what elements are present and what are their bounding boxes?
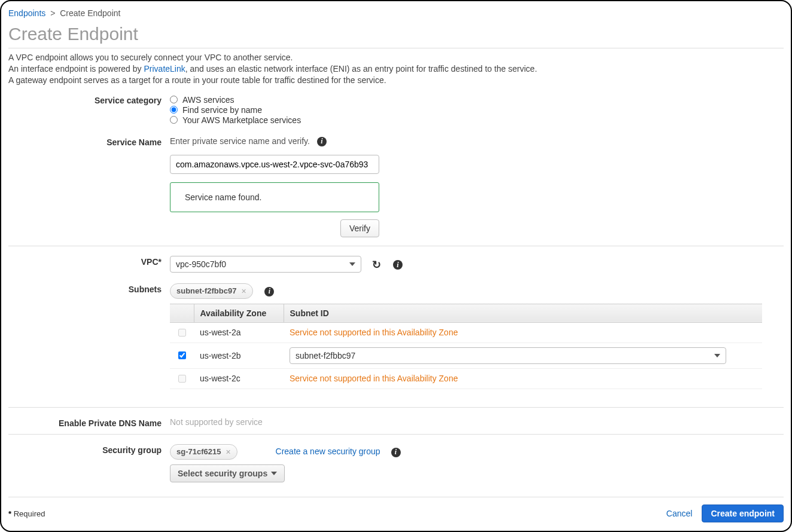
breadcrumb-root-link[interactable]: Endpoints bbox=[8, 8, 45, 18]
refresh-icon[interactable]: ↻ bbox=[372, 258, 381, 271]
service-found-message: Service name found. bbox=[170, 182, 379, 212]
radio-find-by-name[interactable]: Find service by name bbox=[170, 105, 784, 115]
create-endpoint-button[interactable]: Create endpoint bbox=[702, 505, 784, 522]
subnets-col-id: Subnet ID bbox=[284, 304, 762, 322]
radio-marketplace-input[interactable] bbox=[170, 116, 178, 124]
create-security-group-link[interactable]: Create a new security group bbox=[276, 447, 380, 456]
subnets-col-check bbox=[170, 304, 194, 322]
vpc-select[interactable]: vpc-950c7bf0 bbox=[170, 256, 361, 273]
subnet-az: us-west-2b bbox=[194, 343, 284, 368]
table-row: us-west-2c Service not supported in this… bbox=[170, 368, 762, 389]
table-row: us-west-2a Service not supported in this… bbox=[170, 322, 762, 343]
info-icon[interactable]: i bbox=[264, 287, 274, 296]
intro-line-1: A VPC endpoint allows you to securely co… bbox=[8, 52, 784, 63]
subnets-table: Availability Zone Subnet ID us-west-2a S… bbox=[170, 304, 762, 389]
radio-aws-services[interactable]: AWS services bbox=[170, 95, 784, 105]
intro-line-3: A gateway endpoint serves as a target fo… bbox=[8, 75, 784, 86]
close-icon[interactable]: × bbox=[241, 286, 246, 296]
chevron-down-icon bbox=[271, 472, 277, 475]
security-group-tag[interactable]: sg-71cf6215 × bbox=[170, 444, 237, 460]
info-icon[interactable]: i bbox=[317, 137, 327, 146]
radio-aws-services-input[interactable] bbox=[170, 96, 178, 103]
privatelink-link[interactable]: PrivateLink bbox=[144, 64, 185, 74]
verify-button[interactable]: Verify bbox=[340, 219, 379, 237]
subnet-row-checkbox[interactable] bbox=[178, 351, 186, 359]
radio-find-by-name-input[interactable] bbox=[170, 106, 178, 114]
intro-block: A VPC endpoint allows you to securely co… bbox=[8, 52, 784, 86]
subnet-az: us-west-2c bbox=[194, 368, 284, 389]
table-row: us-west-2b subnet-f2fbbc97 bbox=[170, 343, 762, 368]
select-security-groups-button[interactable]: Select security groups bbox=[170, 464, 285, 482]
chevron-down-icon bbox=[349, 262, 355, 266]
private-dns-label: Enable Private DNS Name bbox=[8, 417, 170, 428]
service-name-label: Service Name bbox=[8, 136, 170, 147]
subnet-az: us-west-2a bbox=[194, 322, 284, 343]
breadcrumb-current: Create Endpoint bbox=[60, 8, 120, 18]
security-group-label: Security group bbox=[8, 444, 170, 455]
private-dns-value: Not supported by service bbox=[170, 417, 263, 427]
info-icon[interactable]: i bbox=[393, 260, 403, 270]
subnet-row-checkbox bbox=[178, 329, 186, 337]
page-title: Create Endpoint bbox=[8, 24, 784, 48]
required-note: * Required bbox=[8, 509, 45, 518]
info-icon[interactable]: i bbox=[391, 448, 401, 457]
vpc-label: VPC* bbox=[8, 256, 170, 267]
breadcrumb: Endpoints > Create Endpoint bbox=[8, 6, 784, 23]
close-icon[interactable]: × bbox=[226, 447, 230, 457]
subnet-id-select[interactable]: subnet-f2fbbc97 bbox=[290, 347, 726, 364]
vpc-value: vpc-950c7bf0 bbox=[176, 259, 226, 269]
service-name-input[interactable] bbox=[170, 155, 379, 174]
subnet-row-checkbox bbox=[178, 375, 186, 383]
subnet-warning: Service not supported in this Availabili… bbox=[284, 322, 762, 343]
breadcrumb-separator: > bbox=[50, 8, 55, 18]
intro-line-2: An interface endpoint is powered by Priv… bbox=[8, 63, 784, 75]
service-name-hint: Enter private service name and verify. bbox=[170, 136, 310, 146]
radio-marketplace[interactable]: Your AWS Marketplace services bbox=[170, 115, 784, 125]
subnets-label: Subnets bbox=[8, 283, 170, 294]
subnet-tag[interactable]: subnet-f2fbbc97 × bbox=[170, 283, 253, 299]
footer-bar: * Required Cancel Create endpoint bbox=[8, 497, 784, 522]
service-category-label: Service category bbox=[8, 94, 170, 105]
cancel-button[interactable]: Cancel bbox=[666, 509, 693, 518]
subnets-col-az: Availability Zone bbox=[194, 304, 284, 322]
chevron-down-icon bbox=[714, 354, 720, 357]
subnet-warning: Service not supported in this Availabili… bbox=[284, 368, 762, 389]
